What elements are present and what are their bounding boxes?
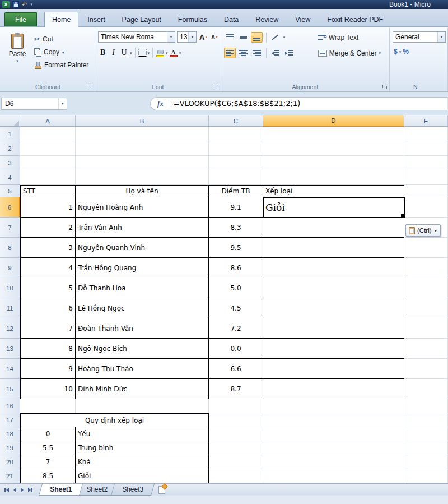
cell-D13[interactable] [263, 339, 404, 359]
sheet-tab-sheet1[interactable]: Sheet1 [39, 484, 83, 496]
cell-B13[interactable]: Ngô Ngọc Bích [76, 339, 209, 359]
cell-A6[interactable]: 1 [20, 197, 76, 218]
cell-D10[interactable] [263, 278, 404, 298]
cell-D17[interactable] [263, 413, 404, 427]
font-name-combo[interactable]: Times New Roma ▼ [98, 31, 175, 43]
save-button[interactable] [12, 1, 19, 8]
row-header-9[interactable]: 9 [0, 258, 20, 278]
cell-C16[interactable] [209, 399, 263, 413]
accounting-format-button[interactable]: $ [394, 48, 398, 56]
cell-D7[interactable] [263, 218, 404, 238]
tab-file[interactable]: File [4, 12, 37, 26]
tab-foxit-reader-pdf[interactable]: Foxit Reader PDF [319, 12, 391, 26]
paste-button[interactable]: Paste ▾ [4, 30, 31, 70]
shrink-font-button[interactable]: A ▾ [210, 31, 219, 43]
percent-style-button[interactable]: % [403, 48, 409, 56]
cell-B7[interactable]: Trần Vân Anh [76, 218, 209, 238]
cell-B3[interactable] [76, 156, 209, 170]
borders-button[interactable] [138, 49, 147, 57]
column-header-A[interactable]: A [20, 115, 76, 127]
tab-review[interactable]: Review [248, 12, 286, 26]
cell-D1[interactable] [263, 127, 404, 141]
number-format-dropdown-icon[interactable]: ▼ [437, 32, 445, 42]
column-header-C[interactable]: C [209, 115, 263, 127]
tab-page-layout[interactable]: Page Layout [114, 12, 169, 26]
copy-button[interactable]: Copy ▾ [34, 47, 88, 57]
cell-A15[interactable]: 10 [20, 379, 76, 399]
clipboard-dialog-launcher[interactable] [88, 85, 93, 90]
fill-color-dropdown-icon[interactable]: ▾ [166, 51, 168, 55]
cell-A5[interactable]: STT [20, 185, 76, 197]
font-color-button[interactable]: A [169, 48, 178, 57]
row-header-18[interactable]: 18 [0, 427, 20, 441]
row-header-7[interactable]: 7 [0, 218, 20, 238]
cell-A9[interactable]: 4 [20, 258, 76, 278]
underline-dropdown-icon[interactable]: ▾ [130, 51, 132, 55]
row-header-16[interactable]: 16 [0, 399, 20, 413]
cell-B15[interactable]: Đinh Minh Đức [76, 379, 209, 399]
cell-C9[interactable]: 8.6 [209, 258, 263, 278]
italic-button[interactable]: I [109, 47, 118, 58]
row-header-21[interactable]: 21 [0, 469, 20, 483]
number-format-combo[interactable]: General ▼ [393, 31, 446, 43]
cell-A7[interactable]: 2 [20, 218, 76, 238]
row-header-13[interactable]: 13 [0, 339, 20, 359]
font-size-dropdown-icon[interactable]: ▼ [188, 32, 196, 42]
row-header-20[interactable]: 20 [0, 455, 20, 469]
orientation-dropdown-icon[interactable]: ▾ [283, 35, 286, 39]
cell-A14[interactable]: 9 [20, 359, 76, 379]
cell-D15[interactable] [263, 379, 404, 399]
underline-button[interactable]: U [119, 47, 129, 58]
cell-C14[interactable]: 6.6 [209, 359, 263, 379]
cell-E21[interactable] [404, 469, 448, 483]
cell-A13[interactable]: 8 [20, 339, 76, 359]
paste-options-button[interactable]: (Ctrl) ▼ [405, 224, 441, 237]
orientation-button[interactable] [270, 32, 282, 43]
cell-B12[interactable]: Đoàn Thanh Vân [76, 318, 209, 339]
cut-button[interactable]: ✂ Cut [34, 34, 88, 44]
cell-E19[interactable] [404, 441, 448, 455]
tab-insert[interactable]: Insert [80, 12, 113, 26]
tab-data[interactable]: Data [216, 12, 246, 26]
cell-C12[interactable]: 7.2 [209, 318, 263, 339]
font-color-dropdown-icon[interactable]: ▾ [179, 51, 181, 55]
cell-D14[interactable] [263, 359, 404, 379]
cell-A8[interactable]: 3 [20, 238, 76, 258]
cell-C13[interactable]: 0.0 [209, 339, 263, 359]
accounting-dropdown-icon[interactable]: ▾ [399, 50, 402, 54]
cell-C15[interactable]: 8.7 [209, 379, 263, 399]
row-header-17[interactable]: 17 [0, 413, 20, 427]
align-right-button[interactable] [251, 48, 263, 58]
cell-A18[interactable]: 0 [20, 427, 76, 441]
cell-C4[interactable] [209, 170, 263, 185]
row-header-8[interactable]: 8 [0, 238, 20, 258]
cell-D9[interactable] [263, 258, 404, 278]
row-header-6[interactable]: 6 [0, 197, 20, 218]
cell-D11[interactable] [263, 298, 404, 318]
cell-C19[interactable] [209, 441, 263, 455]
cell-C10[interactable]: 5.0 [209, 278, 263, 298]
font-size-combo[interactable]: 13 ▼ [177, 31, 197, 43]
sheet-nav-last[interactable] [28, 488, 32, 492]
cell-E3[interactable] [404, 156, 448, 170]
cell-A16[interactable] [20, 399, 76, 413]
formula-input[interactable]: =VLOOKUP($C6;$A$18:$B$21;2;1) [169, 99, 447, 108]
cell-E10[interactable] [404, 278, 448, 298]
cell-C21[interactable] [209, 469, 263, 483]
cell-D4[interactable] [263, 170, 404, 185]
cell-E14[interactable] [404, 359, 448, 379]
row-header-15[interactable]: 15 [0, 379, 20, 399]
cell-E11[interactable] [404, 298, 448, 318]
cell-C18[interactable] [209, 427, 263, 441]
row-header-5[interactable]: 5 [0, 185, 20, 197]
qat-customize-dropdown[interactable]: ▼ [30, 3, 33, 6]
row-header-1[interactable]: 1 [0, 127, 20, 141]
cell-E6[interactable] [404, 197, 448, 218]
column-header-E[interactable]: E [404, 115, 448, 127]
cell-C8[interactable]: 9.5 [209, 238, 263, 258]
row-header-12[interactable]: 12 [0, 318, 20, 339]
select-all-corner[interactable] [0, 115, 20, 127]
font-name-dropdown-icon[interactable]: ▼ [167, 32, 175, 42]
row-header-10[interactable]: 10 [0, 278, 20, 298]
bold-button[interactable]: B [98, 47, 108, 58]
